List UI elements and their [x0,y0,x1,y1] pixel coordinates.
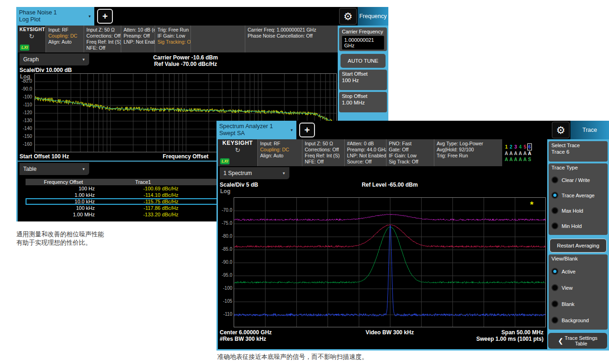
sa-res-bw-label: #Res BW 300 kHz [220,336,266,342]
chevron-left-icon: ❮ [558,338,563,344]
sa-display-pane: 1 Spectrum ▼ Scale/Div 5 dB Ref Level -6… [218,166,547,349]
spectrum-analyzer-window: Spectrum Analyzer 1 Swept SA ▼ + ⚙ Trace… [216,121,609,351]
sa-settings-bar: KEYSIGHT ↻ LXI Input: RF Coupling: DC Al… [218,139,547,166]
sa-ytick: -105 [218,299,232,304]
continuous-sweep-icon: ↻ [235,147,241,153]
pn-settings-input: Input: RF Coupling: DC Align: Auto [46,26,84,52]
sa-span-label: Span 50.00 MHz [501,329,544,336]
continuous-sweep-icon: ↻ [29,33,34,39]
radio-icon [551,207,558,214]
trace-type-section: Trace Type Clear / Write Trace Average M… [549,163,608,235]
sa-tab-subtitle: Swept SA [219,130,273,137]
view-blank-label: View/Blank [551,256,605,263]
pn-measurement-tab[interactable]: Phase Noise 1 Log Plot ▼ [16,7,94,26]
radio-clear-write[interactable]: Clear / Write [551,172,605,188]
select-trace-key[interactable]: Select Trace Trace 6 [549,141,608,162]
pn-brand-cell: KEYSIGHT ↻ LXI [18,26,46,52]
radio-active[interactable]: Active [551,263,605,280]
sa-ytick: -100 [218,286,232,291]
radio-min-hold[interactable]: Min Hold [551,218,605,234]
radio-icon [551,222,558,229]
uncal-asterisk-marker: * [530,200,533,210]
pn-ytick: -120 [18,110,32,115]
chevron-down-icon: ▼ [82,58,85,62]
pn-tab-title: Phase Noise 1 [19,9,57,16]
sa-ytick: -85.0 [218,247,232,252]
radio-view[interactable]: View [551,280,605,296]
pn-tab-bar: Phase Noise 1 Log Plot ▼ + ⚙ Frequency [16,7,388,26]
radio-blank[interactable]: Blank [551,296,605,312]
sa-ref-level-label: Ref Level -65.00 dBm [234,182,546,188]
radio-icon [551,176,558,183]
radio-selected-icon [551,192,558,199]
radio-max-hold[interactable]: Max Hold [551,203,605,218]
start-offset-key[interactable]: Start Offset 100 Hz [339,70,387,90]
sa-ytick: -80.0 [218,234,232,239]
pn-ytick: -160 [18,142,32,147]
view-blank-section: View/Blank Active View Blank Background [549,254,608,330]
stop-offset-key[interactable]: Stop Offset 1.00 MHz [339,92,387,112]
sa-sweep-label: Sweep 1.00 ms (1001 pts) [476,336,544,342]
sa-view-selector[interactable]: 1 Spectrum ▼ [220,167,289,179]
pn-add-tab-button[interactable]: + [97,9,113,24]
radio-icon [551,284,558,291]
sa-spectrum-plot [234,197,546,327]
radio-trace-average[interactable]: Trace Average [551,188,605,203]
trace-numbers-row: 123456 [504,143,532,150]
radio-selected-icon [551,268,558,275]
sa-ytick: -75.0 [218,221,232,226]
sa-ytick: -95.0 [218,273,232,278]
sa-ytick: -70.0 [218,208,232,213]
pn-ytick: -130 [18,118,32,123]
trace-detector-row: AAAAAS [504,156,532,162]
pn-graph-view-selector[interactable]: Graph ▼ [20,53,89,65]
phase-noise-caption: 通用测量和改善的相位噪声性能 有助于实现理想的性价比。 [16,230,104,247]
radio-icon [551,300,558,307]
trace-settings-table-button[interactable]: ❮ Trace SettingsTable [548,333,607,349]
lxi-badge: LXI [20,45,29,51]
lxi-badge: LXI [220,158,229,164]
trace-status-block[interactable]: 123456 AAAAAA AAAAAS [504,143,532,162]
carrier-frequency-key[interactable]: Carrier Frequency 1.000000021 GHz [339,27,387,51]
sa-tabbar-spacer [315,121,551,139]
pn-settings-trigger: Trig: Free Run IF Gain: Low Sig Tracking… [155,26,190,52]
pn-settings-empty [190,26,245,52]
sa-tab-title: Spectrum Analyzer 1 [219,123,273,130]
pn-ytick: -80.0 [18,78,32,84]
carrier-frequency-value[interactable]: 1.000000021 GHz [342,36,384,50]
gear-icon[interactable]: ⚙ [552,122,570,138]
sa-log-label: Log [220,188,230,195]
pn-tab-subtitle: Log Plot [19,16,57,23]
radio-background[interactable]: Background [551,312,605,328]
restart-averaging-button[interactable]: Restart Averaging [550,239,607,253]
pn-ytick: -110 [18,102,32,107]
auto-tune-button[interactable]: AUTO TUNE [341,54,386,68]
sa-settings-atten: #Atten: 0 dB Preamp: 44.0 GHz LNP: Not E… [344,139,386,166]
trace-type-row: AAAAAA [504,150,532,156]
pn-menu-header[interactable]: Frequency [358,7,388,26]
chevron-down-icon: ▼ [290,128,294,132]
spectrum-caption: 准确地表征接近本底噪声的信号，而不影响扫描速度。 [217,353,368,361]
sa-measurement-tab[interactable]: Spectrum Analyzer 1 Swept SA ▼ [216,121,296,139]
sa-settings-inputz: Input Z: 50 Ω Corrections: Off Freq Ref:… [302,139,344,166]
pn-ytick: -100 [18,94,32,99]
pn-ytick: -140 [18,126,32,131]
trace-type-label: Trace Type [551,165,605,172]
sa-brand-cell: KEYSIGHT ↻ LXI [218,139,257,166]
sa-add-tab-button[interactable]: + [299,123,315,137]
sa-trace-status-area: 123456 AAAAAA AAAAAS [502,139,547,166]
sa-menu-header[interactable]: Trace [570,121,609,139]
sa-tab-bar: Spectrum Analyzer 1 Swept SA ▼ + ⚙ Trace [216,121,609,139]
pn-ytick: -90.0 [18,86,32,91]
pn-settings-inputz: Input Z: 50 Ω Corrections: Off Freq Ref:… [84,26,121,52]
pn-ytick: -150 [18,134,32,139]
keysight-logo: KEYSIGHT [20,26,44,32]
sa-ytick: -110 [218,312,232,317]
pn-tabbar-spacer [113,7,338,26]
pn-table-view-selector[interactable]: Table ▼ [20,163,89,175]
gear-icon[interactable]: ⚙ [339,8,357,25]
pn-settings-atten: Atten: 10 dB (e0) Preamp: Off LNP: Not E… [121,26,155,52]
sa-settings-input: Input: RF Coupling: DC Align: Auto [257,139,302,166]
chevron-down-icon: ▼ [88,14,92,19]
sa-trace-menu-panel: Select Trace Trace 6 Trace Type Clear / … [547,139,609,349]
